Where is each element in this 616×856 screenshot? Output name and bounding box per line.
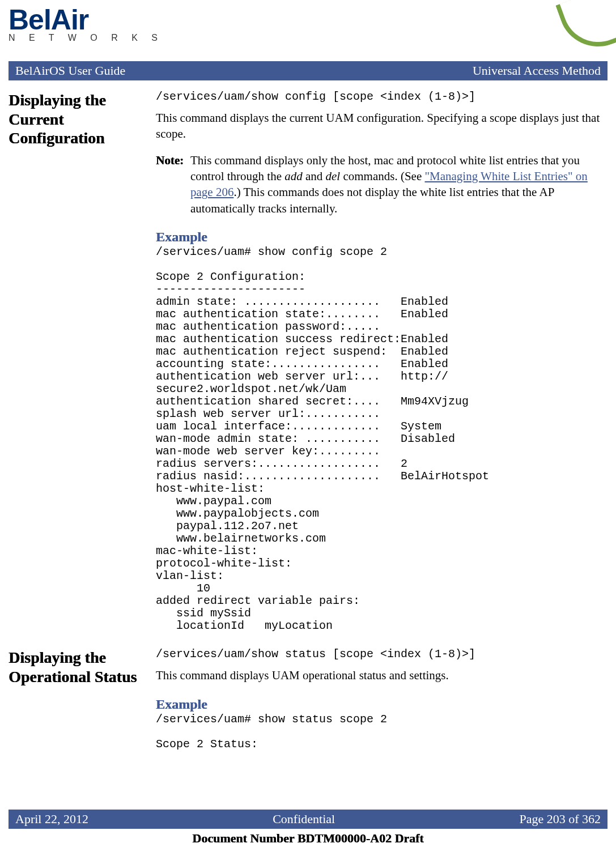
command-syntax: /services/uam/show status [scope <index …: [156, 648, 607, 661]
example-output: /services/uam# show status scope 2 Scope…: [156, 713, 607, 751]
footer-page: Page 203 of 362: [519, 812, 601, 827]
del-command: del: [326, 169, 341, 183]
section-title: Universal Access Method: [473, 63, 601, 78]
title-bar: BelAirOS User Guide Universal Access Met…: [9, 61, 607, 80]
brand-sub: N E T W O R K S: [9, 33, 163, 43]
command-description: This command displays the current UAM co…: [156, 110, 607, 142]
command-syntax: /services/uam/show config [scope <index …: [156, 91, 607, 103]
section-heading: Displaying the Operational Status: [9, 648, 139, 751]
guide-title: BelAirOS User Guide: [15, 63, 125, 78]
document-number: Document Number BDTM00000-A02 Draft: [0, 831, 616, 846]
note-block: Note: This command displays only the hos…: [156, 152, 607, 216]
footer-confidential: Confidential: [273, 812, 335, 827]
footer-bar: April 22, 2012 Confidential Page 203 of …: [9, 810, 607, 829]
example-heading: Example: [156, 228, 607, 246]
example-output: /services/uam# show config scope 2 Scope…: [156, 246, 607, 632]
brand-logo: BelAir N E T W O R K S: [9, 6, 163, 43]
note-label: Note:: [156, 152, 184, 216]
example-heading: Example: [156, 695, 607, 713]
section-heading: Displaying the Current Configuration: [9, 91, 139, 632]
note-body: This command displays only the host, mac…: [190, 152, 607, 216]
footer-date: April 22, 2012: [15, 812, 88, 827]
corner-swoosh-icon: [555, 0, 616, 58]
command-description: This command displays UAM operational st…: [156, 667, 607, 683]
add-command: add: [284, 169, 303, 183]
brand-name: BelAir: [9, 6, 163, 34]
